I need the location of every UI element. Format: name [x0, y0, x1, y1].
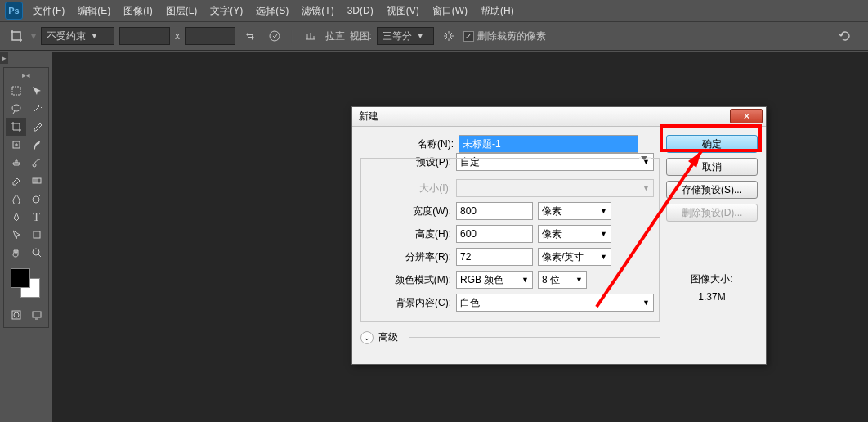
- resolution-unit-dropdown[interactable]: 像素/英寸 ▼: [538, 248, 611, 266]
- menu-window[interactable]: 窗口(W): [432, 4, 468, 18]
- color-mode-label: 颜色模式(M):: [366, 273, 456, 287]
- bit-depth-dropdown[interactable]: 8 位 ▼: [538, 271, 587, 289]
- color-swatches[interactable]: [11, 268, 43, 298]
- dialog-close-button[interactable]: ✕: [730, 109, 763, 123]
- screen-mode-tool[interactable]: [26, 306, 47, 324]
- menu-type[interactable]: 文字(Y): [210, 4, 243, 18]
- svg-point-3: [12, 105, 20, 111]
- color-mode-dropdown[interactable]: RGB 颜色 ▼: [456, 271, 533, 289]
- menu-filter[interactable]: 滤镜(T): [302, 4, 333, 18]
- background-label: 背景内容(C):: [366, 296, 456, 310]
- cancel-button[interactable]: 取消: [666, 158, 758, 176]
- straighten-label: 拉直: [325, 29, 345, 43]
- reset-icon[interactable]: [835, 26, 855, 46]
- width-unit-dropdown[interactable]: 像素 ▼: [538, 202, 611, 220]
- foreground-color-swatch[interactable]: [11, 268, 30, 288]
- svg-point-7: [33, 196, 39, 203]
- background-value: 白色: [460, 296, 480, 310]
- dialog-title-text: 新建: [359, 110, 378, 123]
- height-unit-value: 像素: [542, 227, 562, 241]
- eyedropper-tool[interactable]: [26, 118, 47, 136]
- name-label: 名称(N):: [360, 137, 459, 151]
- chevron-down-icon: ▼: [600, 253, 607, 261]
- ok-button[interactable]: 确定: [666, 135, 758, 153]
- chevron-down-icon: ▼: [91, 32, 98, 40]
- type-tool[interactable]: T: [26, 208, 47, 226]
- clear-icon[interactable]: [265, 26, 284, 46]
- preset-dropdown[interactable]: 自定 ▼: [456, 153, 654, 171]
- checkbox-checked-icon: ✓: [463, 31, 474, 42]
- settings-gear-icon[interactable]: [439, 26, 459, 46]
- crop-tool[interactable]: [6, 118, 26, 136]
- menu-layer[interactable]: 图层(L): [166, 4, 198, 18]
- chevron-down-icon: ▼: [600, 230, 607, 238]
- constraint-dropdown[interactable]: 不受约束 ▼: [41, 27, 114, 45]
- advanced-label: 高级: [378, 330, 398, 344]
- constraint-value: 不受约束: [47, 29, 86, 43]
- svg-point-9: [33, 249, 39, 255]
- menu-3d[interactable]: 3D(D): [347, 5, 374, 16]
- size-label: 大小(I):: [366, 182, 456, 195]
- image-size-label: 图像大小:: [666, 272, 758, 286]
- resolution-unit-value: 像素/英寸: [542, 250, 584, 264]
- height-field[interactable]: [185, 27, 235, 45]
- background-dropdown[interactable]: 白色 ▼: [456, 294, 654, 312]
- delete-cropped-checkbox[interactable]: ✓ 删除裁剪的像素: [463, 29, 546, 43]
- svg-rect-2: [12, 87, 20, 95]
- move-tool[interactable]: [26, 82, 47, 100]
- chevron-down-icon: ▼: [575, 276, 583, 284]
- svg-rect-8: [34, 231, 40, 238]
- size-dropdown: ▼: [456, 179, 654, 197]
- hand-tool[interactable]: [6, 244, 26, 262]
- shape-tool[interactable]: [26, 226, 47, 244]
- dialog-titlebar[interactable]: 新建 ✕: [352, 107, 766, 127]
- clone-stamp-tool[interactable]: [6, 154, 26, 172]
- zoom-tool[interactable]: [26, 244, 47, 262]
- menu-image[interactable]: 图像(I): [123, 4, 152, 18]
- view-label: 视图:: [350, 29, 372, 43]
- menu-edit[interactable]: 编辑(E): [78, 4, 110, 18]
- resolution-input[interactable]: 72: [456, 248, 533, 266]
- quick-mask-tool[interactable]: [6, 306, 26, 324]
- lasso-tool[interactable]: [6, 100, 26, 118]
- menu-help[interactable]: 帮助(H): [481, 4, 514, 18]
- history-brush-tool[interactable]: [26, 154, 47, 172]
- pen-tool[interactable]: [6, 208, 26, 226]
- menu-select[interactable]: 选择(S): [256, 4, 289, 18]
- chevron-expand-icon: ⌄: [360, 331, 374, 344]
- width-input[interactable]: 800: [456, 202, 533, 220]
- svg-point-1: [446, 34, 451, 38]
- menu-file[interactable]: 文件(F): [33, 4, 65, 18]
- height-input[interactable]: 600: [456, 225, 533, 243]
- panel-grip-icon[interactable]: ▸◂: [6, 71, 47, 79]
- advanced-toggle[interactable]: ⌄ 高级: [360, 330, 660, 344]
- save-preset-button[interactable]: 存储预设(S)...: [666, 181, 758, 199]
- chevron-down-icon: ▼: [600, 207, 607, 215]
- menu-view[interactable]: 视图(V): [387, 4, 419, 18]
- magic-wand-tool[interactable]: [26, 100, 47, 118]
- marquee-tool[interactable]: [6, 82, 26, 100]
- new-document-dialog: 新建 ✕ 名称(N): 未标题-1 预设(P): 自定 ▼: [351, 106, 767, 365]
- height-unit-dropdown[interactable]: 像素 ▼: [538, 225, 611, 243]
- blur-tool[interactable]: [6, 190, 26, 208]
- healing-brush-tool[interactable]: [6, 136, 26, 154]
- swap-icon[interactable]: [240, 26, 260, 46]
- eraser-tool[interactable]: [6, 172, 26, 190]
- save-preset-arrow-icon: [639, 153, 649, 163]
- resolution-label: 分辨率(R):: [366, 250, 456, 264]
- panel-collapse-tab[interactable]: ▸: [0, 52, 8, 64]
- width-field[interactable]: [119, 27, 170, 45]
- width-label: 宽度(W):: [366, 204, 456, 218]
- tool-panel: ▸◂ T: [3, 67, 49, 328]
- bit-depth-value: 8 位: [542, 273, 560, 287]
- height-label: 高度(H):: [366, 227, 456, 241]
- dodge-tool[interactable]: [26, 190, 47, 208]
- image-size-value: 1.37M: [666, 291, 758, 303]
- width-unit-value: 像素: [542, 204, 562, 218]
- straighten-icon[interactable]: [301, 26, 320, 46]
- path-selection-tool[interactable]: [6, 226, 26, 244]
- brush-tool[interactable]: [26, 136, 47, 154]
- view-dropdown[interactable]: 三等分 ▼: [377, 27, 434, 45]
- name-input[interactable]: 未标题-1: [459, 135, 638, 153]
- gradient-tool[interactable]: [26, 172, 47, 190]
